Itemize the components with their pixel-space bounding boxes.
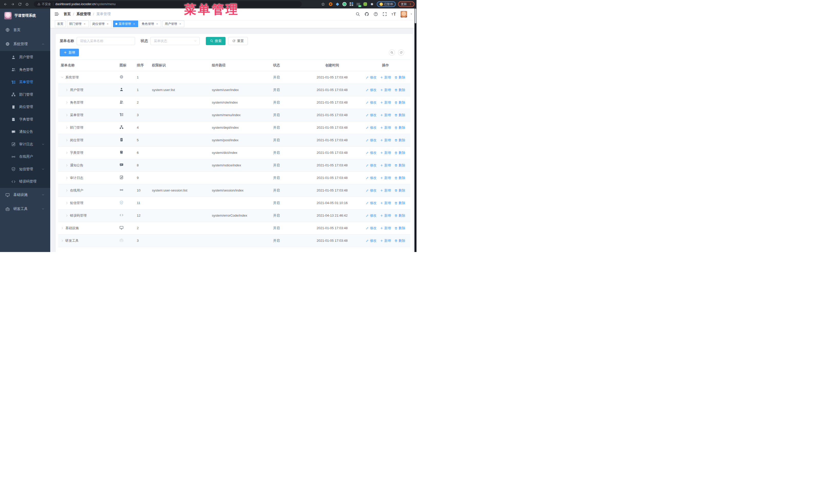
- delete-link[interactable]: 删除: [395, 175, 405, 180]
- sidebar-item-errcode[interactable]: 错误码管理: [0, 175, 50, 188]
- browser-reload-icon[interactable]: [17, 1, 23, 7]
- caret-right-icon[interactable]: [61, 239, 64, 242]
- tab-菜单管理[interactable]: 菜单管理×: [113, 21, 138, 27]
- sidebar-item-infra[interactable]: 基础设施: [0, 188, 50, 202]
- tab-用户管理[interactable]: 用户管理×: [163, 21, 184, 27]
- sidebar-item-devtool[interactable]: 研发工具: [0, 202, 50, 216]
- add-link[interactable]: 新增: [380, 175, 391, 180]
- sidebar-item-home[interactable]: 首页: [0, 23, 50, 37]
- edit-link[interactable]: 修改: [366, 75, 377, 80]
- tab-岗位管理[interactable]: 岗位管理×: [90, 21, 112, 27]
- add-link[interactable]: 新增: [380, 75, 391, 80]
- browser-back-icon[interactable]: [3, 1, 8, 7]
- delete-link[interactable]: 删除: [395, 188, 405, 193]
- window-scrollbar[interactable]: [414, 8, 416, 252]
- toggle-search-button[interactable]: [389, 49, 395, 56]
- delete-link[interactable]: 删除: [395, 100, 405, 105]
- caret-right-icon[interactable]: [65, 89, 68, 92]
- refresh-table-button[interactable]: [398, 49, 404, 56]
- hamburger-icon[interactable]: [54, 11, 60, 17]
- delete-link[interactable]: 删除: [395, 113, 405, 117]
- sidebar-item-notice[interactable]: 通知公告: [0, 126, 50, 138]
- tab-部门管理[interactable]: 部门管理×: [67, 21, 89, 27]
- add-link[interactable]: 新增: [380, 238, 391, 243]
- sidebar-item-sms[interactable]: 短信管理: [0, 163, 50, 175]
- add-link[interactable]: 新增: [380, 88, 391, 92]
- edit-link[interactable]: 修改: [366, 175, 377, 180]
- sidebar-item-audit[interactable]: 审计日志: [0, 138, 50, 151]
- delete-link[interactable]: 删除: [395, 125, 405, 130]
- caret-right-icon[interactable]: [65, 101, 68, 104]
- extension-icon[interactable]: [349, 2, 354, 6]
- scrollbar-thumb[interactable]: [415, 8, 416, 23]
- caret-right-icon[interactable]: [65, 201, 68, 205]
- edit-link[interactable]: 修改: [366, 163, 377, 168]
- extension-icon[interactable]: [328, 2, 333, 6]
- breadcrumb-item[interactable]: 首页: [64, 12, 71, 17]
- chevron-down-icon[interactable]: [410, 13, 413, 16]
- edit-link[interactable]: 修改: [366, 201, 377, 205]
- sidebar-item-dept[interactable]: 部门管理: [0, 89, 50, 101]
- close-icon[interactable]: ×: [132, 22, 136, 26]
- edit-link[interactable]: 修改: [366, 150, 377, 155]
- sidebar-item-dict[interactable]: 字典管理: [0, 113, 50, 126]
- add-link[interactable]: 新增: [380, 125, 391, 130]
- browser-update-button[interactable]: 更新 ⋮: [398, 1, 414, 7]
- security-warning[interactable]: 不安全: [38, 2, 51, 6]
- delete-link[interactable]: 删除: [395, 163, 405, 168]
- caret-right-icon[interactable]: [65, 164, 68, 167]
- extension-icon[interactable]: [363, 2, 367, 6]
- edit-link[interactable]: 修改: [366, 188, 377, 193]
- delete-link[interactable]: 删除: [395, 88, 405, 92]
- edit-link[interactable]: 修改: [366, 125, 377, 130]
- tab-角色管理[interactable]: 角色管理×: [139, 21, 161, 27]
- add-link[interactable]: 新增: [380, 188, 391, 193]
- caret-right-icon[interactable]: [61, 226, 64, 230]
- edit-link[interactable]: 修改: [366, 88, 377, 92]
- extension-icon[interactable]: ✱: [370, 2, 375, 6]
- tab-首页[interactable]: 首页: [55, 21, 66, 27]
- search-button[interactable]: 搜索: [206, 37, 225, 45]
- delete-link[interactable]: 删除: [395, 138, 405, 143]
- app-logo-row[interactable]: 芋道管理系统: [0, 8, 50, 23]
- extension-icon[interactable]: [335, 2, 340, 6]
- add-link[interactable]: 新增: [380, 113, 391, 117]
- reset-button[interactable]: 重置: [228, 37, 248, 45]
- status-select[interactable]: 菜单状态: [150, 37, 200, 45]
- close-icon[interactable]: ×: [155, 22, 159, 26]
- sidebar-item-online[interactable]: 在线用户: [0, 150, 50, 163]
- address-bar[interactable]: 不安全 dashboard.yudao.iocoder.cn/system/me…: [34, 1, 302, 7]
- add-link[interactable]: 新增: [380, 150, 391, 155]
- add-link[interactable]: 新增: [380, 163, 391, 168]
- sidebar-item-menu[interactable]: 菜单管理: [0, 76, 50, 89]
- caret-down-icon[interactable]: [61, 76, 64, 79]
- edit-link[interactable]: 修改: [366, 138, 377, 143]
- breadcrumb-item[interactable]: 系统管理: [76, 12, 91, 17]
- caret-right-icon[interactable]: [65, 214, 68, 217]
- profile-paused-badge[interactable]: 已暂停: [377, 1, 396, 7]
- user-avatar[interactable]: [400, 11, 407, 18]
- delete-link[interactable]: 删除: [395, 238, 405, 243]
- caret-right-icon[interactable]: [65, 126, 68, 129]
- close-icon[interactable]: ×: [83, 22, 86, 26]
- sidebar-item-user[interactable]: 用户管理: [0, 51, 50, 64]
- browser-menu-icon[interactable]: ⋮: [409, 3, 412, 6]
- add-link[interactable]: 新增: [380, 138, 391, 143]
- caret-right-icon[interactable]: [65, 189, 68, 192]
- close-icon[interactable]: ×: [178, 22, 182, 26]
- bookmark-star-icon[interactable]: [320, 1, 326, 7]
- delete-link[interactable]: 删除: [395, 213, 405, 218]
- search-icon[interactable]: [356, 12, 360, 17]
- close-icon[interactable]: ×: [106, 22, 110, 26]
- edit-link[interactable]: 修改: [366, 113, 377, 117]
- fullscreen-icon[interactable]: [382, 12, 387, 17]
- caret-right-icon[interactable]: [65, 114, 68, 117]
- caret-right-icon[interactable]: [65, 151, 68, 154]
- add-menu-button[interactable]: 新增: [60, 49, 79, 56]
- add-link[interactable]: 新增: [380, 213, 391, 218]
- menu-name-input[interactable]: [77, 37, 135, 45]
- sidebar-item-post[interactable]: 岗位管理: [0, 101, 50, 113]
- delete-link[interactable]: 删除: [395, 75, 405, 80]
- sidebar-item-role[interactable]: 角色管理: [0, 64, 50, 76]
- delete-link[interactable]: 删除: [395, 201, 405, 205]
